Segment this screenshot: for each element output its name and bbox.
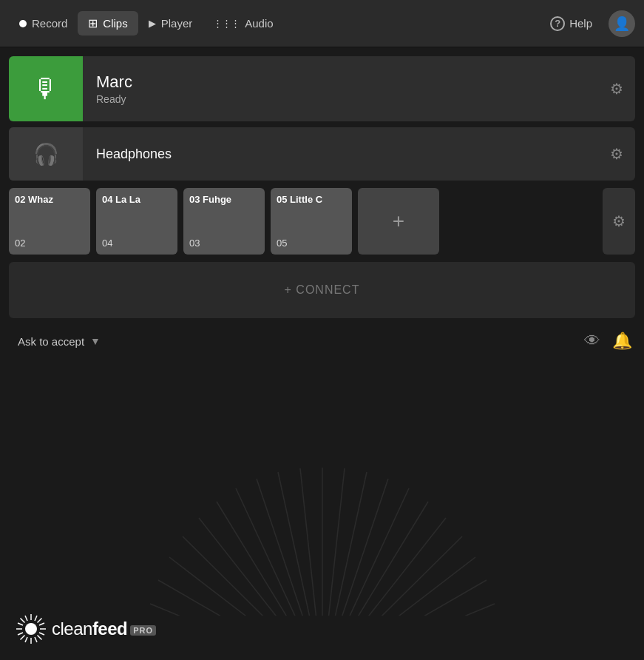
record-dot-icon bbox=[19, 20, 27, 27]
mic-settings-gear-icon[interactable]: ⚙ bbox=[610, 80, 623, 98]
top-nav: Record ⊞ Clips ▶ Player ⋮⋮⋮ Audio ? Help… bbox=[0, 0, 644, 47]
svg-line-23 bbox=[150, 604, 322, 616]
svg-line-32 bbox=[38, 636, 42, 640]
svg-line-8 bbox=[322, 557, 475, 616]
help-circle-icon: ? bbox=[550, 16, 565, 31]
svg-line-3 bbox=[322, 479, 388, 616]
nav-audio-label: Audio bbox=[245, 17, 273, 30]
headphones-settings-gear-icon[interactable]: ⚙ bbox=[610, 145, 623, 163]
clip-card-4[interactable]: 05 Little C 05 bbox=[271, 188, 352, 255]
notification-bell-icon[interactable]: 🔔 bbox=[612, 331, 632, 351]
nav-right: ? Help 👤 bbox=[540, 10, 635, 37]
microphone-icon: 🎙 bbox=[33, 73, 59, 104]
clips-gear-icon: ⚙ bbox=[612, 212, 626, 230]
svg-line-21 bbox=[169, 557, 322, 616]
connect-label: + CONNECT bbox=[285, 283, 360, 297]
logo-text: cleanfeedPRO bbox=[52, 619, 156, 639]
mic-section: 🎙 Marc Ready ⚙ bbox=[9, 56, 635, 121]
background-sunburst bbox=[0, 423, 644, 616]
user-icon: 👤 bbox=[614, 16, 630, 32]
headphones-info: Headphones bbox=[83, 147, 610, 162]
svg-line-19 bbox=[199, 518, 322, 616]
accept-row: Ask to accept ▼ 👁 🔔 bbox=[9, 327, 635, 355]
svg-line-35 bbox=[18, 623, 23, 625]
headphones-name: Headphones bbox=[96, 147, 610, 162]
svg-line-10 bbox=[322, 604, 495, 616]
nav-clips[interactable]: ⊞ Clips bbox=[78, 11, 138, 36]
clips-grid-icon: ⊞ bbox=[88, 18, 98, 30]
svg-line-5 bbox=[322, 502, 428, 616]
ask-to-accept-dropdown[interactable]: Ask to accept ▼ bbox=[12, 332, 106, 351]
logo-feed: feed bbox=[92, 619, 127, 639]
nav-clips-label: Clips bbox=[103, 17, 127, 30]
svg-line-1 bbox=[322, 468, 345, 616]
footer-logo: cleanfeedPRO bbox=[15, 613, 156, 645]
logo-clean: clean bbox=[52, 619, 92, 639]
svg-line-37 bbox=[25, 616, 27, 621]
user-avatar-button[interactable]: 👤 bbox=[609, 10, 635, 37]
svg-line-42 bbox=[25, 637, 27, 642]
svg-line-20 bbox=[183, 536, 322, 616]
clip-card-3[interactable]: 03 Fuhge 03 bbox=[183, 188, 265, 255]
svg-line-22 bbox=[158, 580, 322, 616]
svg-line-38 bbox=[35, 637, 37, 642]
svg-line-14 bbox=[300, 468, 322, 616]
clip-title-2: 04 La La bbox=[102, 194, 172, 205]
svg-line-33 bbox=[38, 619, 42, 623]
svg-line-41 bbox=[35, 616, 37, 621]
mic-info: Marc Ready bbox=[83, 73, 610, 105]
svg-line-6 bbox=[322, 518, 446, 616]
svg-line-17 bbox=[236, 488, 322, 616]
accept-icon-group: 👁 🔔 bbox=[584, 331, 632, 351]
clip-card-1[interactable]: 02 Whaz 02 bbox=[9, 188, 90, 255]
clip-card-2[interactable]: 04 La La 04 bbox=[96, 188, 177, 255]
nav-player[interactable]: ▶ Player bbox=[138, 11, 203, 36]
svg-line-16 bbox=[257, 479, 322, 616]
help-label: Help bbox=[569, 17, 592, 30]
svg-line-36 bbox=[39, 633, 44, 635]
nav-record-label: Record bbox=[32, 17, 67, 30]
nav-player-label: Player bbox=[161, 17, 193, 30]
logo-pro-badge: PRO bbox=[130, 625, 156, 636]
nav-record[interactable]: Record bbox=[9, 11, 78, 36]
clip-sub-3: 03 bbox=[189, 238, 259, 249]
svg-point-26 bbox=[25, 623, 37, 635]
svg-line-39 bbox=[39, 623, 44, 625]
mic-button[interactable]: 🎙 bbox=[9, 56, 83, 121]
cleanfeed-logo-icon bbox=[15, 613, 47, 645]
headphones-button[interactable]: 🎧 bbox=[9, 127, 83, 181]
mic-status: Ready bbox=[96, 93, 610, 105]
svg-line-34 bbox=[21, 636, 25, 640]
svg-line-2 bbox=[322, 472, 367, 616]
svg-line-9 bbox=[322, 580, 487, 616]
help-button[interactable]: ? Help bbox=[540, 10, 603, 37]
headphones-section: 🎧 Headphones ⚙ bbox=[9, 127, 635, 181]
clip-title-1: 02 Whaz bbox=[15, 194, 84, 205]
mic-name: Marc bbox=[96, 73, 610, 92]
svg-line-31 bbox=[21, 619, 25, 623]
accept-label: Ask to accept bbox=[18, 335, 84, 348]
clip-title-3: 03 Fuhge bbox=[189, 194, 259, 205]
svg-line-40 bbox=[18, 633, 23, 635]
clip-sub-2: 04 bbox=[102, 238, 172, 249]
connect-section[interactable]: + CONNECT bbox=[9, 262, 635, 318]
audio-wave-icon: ⋮⋮⋮ bbox=[213, 18, 240, 29]
clips-settings-gear-icon[interactable]: ⚙ bbox=[603, 188, 635, 255]
nav-audio[interactable]: ⋮⋮⋮ Audio bbox=[203, 11, 283, 36]
player-play-icon: ▶ bbox=[149, 18, 156, 29]
svg-line-18 bbox=[217, 502, 322, 616]
add-clip-button[interactable]: + bbox=[358, 188, 439, 255]
clips-row: 02 Whaz 02 04 La La 04 03 Fuhge 03 05 Li… bbox=[9, 188, 635, 255]
dropdown-chevron-icon: ▼ bbox=[90, 335, 101, 347]
visibility-eye-icon[interactable]: 👁 bbox=[584, 331, 600, 351]
plus-icon: + bbox=[393, 209, 404, 233]
svg-line-4 bbox=[322, 488, 409, 616]
svg-line-15 bbox=[278, 472, 322, 616]
clip-title-4: 05 Little C bbox=[277, 194, 346, 205]
svg-line-7 bbox=[322, 536, 462, 616]
clip-sub-4: 05 bbox=[277, 238, 346, 249]
clip-sub-1: 02 bbox=[15, 238, 84, 249]
headphones-icon: 🎧 bbox=[33, 142, 59, 166]
